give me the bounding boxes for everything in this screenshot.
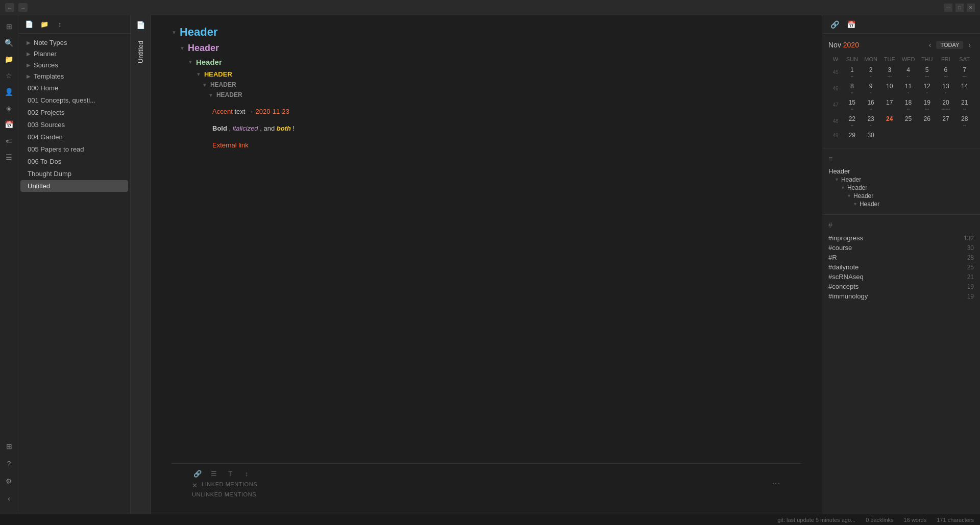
cal-day-6[interactable]: 6••• [937,64,955,80]
cal-day-24[interactable]: 24 [880,113,899,129]
sidebar-note-004-garden[interactable]: 004 Garden [20,131,128,143]
backlinks-tab[interactable]: 🔗 [828,18,841,31]
cal-day-5[interactable]: 5••• [918,64,937,80]
star-icon[interactable]: ☆ [2,68,16,83]
grid-icon[interactable]: ⊞ [2,19,16,34]
back-button[interactable]: ← [5,3,14,12]
cal-day-22[interactable]: 22•• [843,113,862,129]
sidebar-note-000-home[interactable]: 000 Home [20,82,128,94]
cal-day-20[interactable]: 20•••••• [937,97,955,112]
search-icon[interactable]: 🔍 [2,36,16,50]
sidebar-item-planner[interactable]: ▶ Planner [20,48,128,59]
sidebar-note-thought-dump[interactable]: Thought Dump [20,168,128,180]
graph-icon[interactable]: ◈ [2,101,16,115]
sidebar-note-006-todos[interactable]: 006 To-Dos [20,156,128,167]
cal-day-13[interactable]: 13• [937,81,955,96]
h5-chevron-icon[interactable]: ▼ [202,82,207,88]
cal-day-15[interactable]: 15•• [843,97,862,112]
calendar-next-button[interactable]: › [965,40,974,50]
header-h4[interactable]: ▼ HEADER [172,70,554,78]
header-h1[interactable]: ▼ Header [172,26,554,39]
cal-day-29[interactable]: 29 [843,130,862,141]
tag-nav-icon[interactable]: 🏷 [2,134,16,148]
outline-item-5[interactable]: ▼ Header [828,200,974,208]
cal-day-28[interactable]: 28•• [955,113,974,129]
h2-chevron-icon[interactable]: ▼ [180,45,185,51]
tag-dailynote[interactable]: #dailynote 25 [828,262,974,272]
sidebar-note-003-sources[interactable]: 003 Sources [20,119,128,131]
cal-day-19[interactable]: 19••• [918,97,937,112]
sidebar-note-untitled[interactable]: Untitled [20,180,128,192]
tag-r[interactable]: #R 28 [828,253,974,262]
outline-item-4[interactable]: ▼ Header [828,192,974,200]
sidebar-note-002-projects[interactable]: 002 Projects [20,107,128,118]
zoom-icon[interactable]: ⊞ [2,439,16,454]
header-h3[interactable]: ▼ Header [172,58,554,66]
calendar-prev-button[interactable]: ‹ [926,40,935,50]
new-folder-button[interactable]: 📁 [39,19,50,30]
outline-item-2[interactable]: ▼ Header [828,176,974,184]
cal-day-2[interactable]: 2• [862,64,880,80]
cal-day-1[interactable]: 1•• [843,64,862,80]
cal-day-14[interactable]: 14 [955,81,974,96]
sidebar-note-005-papers[interactable]: 005 Papers to read [20,143,128,155]
today-button[interactable]: TODAY [936,41,963,49]
cal-day-23[interactable]: 23• [862,113,880,129]
header-h5[interactable]: ▼ HEADER [172,81,554,88]
h6-chevron-icon[interactable]: ▼ [208,92,213,98]
mentions-close-icon[interactable]: ✕ [192,482,198,489]
h4-chevron-icon[interactable]: ▼ [196,71,201,77]
cal-day-18[interactable]: 18•• [899,97,918,112]
cal-day-8[interactable]: 8•• [843,81,862,96]
cal-day-12[interactable]: 12• [918,81,937,96]
collapse-sidebar-icon[interactable]: ‹ [2,491,16,506]
cal-day-21[interactable]: 21•• [955,97,974,112]
cal-day-11[interactable]: 11• [899,81,918,96]
sidebar-item-sources[interactable]: ▶ Sources [20,60,128,70]
cal-day-16[interactable]: 16•• [862,97,880,112]
cal-day-30[interactable]: 30 [862,130,880,141]
cal-day-9[interactable]: 9• [862,81,880,96]
cal-day-3[interactable]: 3••• [880,64,899,80]
mentions-dots-icon[interactable]: ⋮ [771,480,781,488]
cal-day-4[interactable]: 4•◦ [899,64,918,80]
sidebar-item-templates[interactable]: ▶ Templates [20,71,128,82]
minimize-button[interactable]: — [944,4,952,12]
cal-day-27[interactable]: 27 [937,113,955,129]
cal-day-17[interactable]: 17 [880,97,899,112]
help-icon[interactable]: ? [2,457,16,471]
external-link[interactable]: External link [212,141,249,149]
tag-scrnaseq[interactable]: #scRNAseq 21 [828,272,974,282]
h3-chevron-icon[interactable]: ▼ [188,59,193,65]
close-button[interactable]: ✕ [967,4,975,12]
tag-course[interactable]: #course 30 [828,243,974,253]
outline-item-1[interactable]: Header [828,167,974,176]
tag-immunology[interactable]: #immunology 19 [828,291,974,301]
text-icon[interactable]: T [225,468,236,479]
outline-item-3[interactable]: ▼ Header [828,184,974,192]
people-icon[interactable]: 👤 [2,85,16,99]
sort-mentions-icon[interactable]: ↕ [241,468,252,479]
forward-button[interactable]: → [18,3,28,12]
cal-day-7[interactable]: 7••• [955,64,974,80]
restore-button[interactable]: □ [955,4,964,12]
list-icon[interactable]: ☰ [208,468,219,479]
cal-day-10[interactable]: 10 [880,81,899,96]
new-file-button[interactable]: 📄 [23,19,35,30]
link-icon[interactable]: 🔗 [192,468,203,479]
sort-button[interactable]: ↕ [54,19,65,30]
tag-concepts[interactable]: #concepts 19 [828,282,974,291]
header-h2[interactable]: ▼ Header [172,43,554,54]
header-h6[interactable]: ▼ HEADER [172,91,554,98]
editor-area[interactable]: ▼ Header ▼ Header ▼ Header ▼ HEADER ▼ HE [151,15,822,514]
calendar-tab[interactable]: 📅 [845,18,857,31]
calendar-nav-icon[interactable]: 📅 [2,117,16,132]
cal-day-25[interactable]: 25 [899,113,918,129]
settings-icon[interactable]: ⚙ [2,474,16,488]
tag-inprogress[interactable]: #inprogress 132 [828,233,974,243]
h1-chevron-icon[interactable]: ▼ [172,30,177,35]
sidebar-item-note-types[interactable]: ▶ Note Types [20,37,128,48]
folder-open-icon[interactable]: 📁 [2,52,16,66]
sidebar-note-001-concepts[interactable]: 001 Concepts, questi... [20,94,128,106]
list-nav-icon[interactable]: ☰ [2,150,16,164]
